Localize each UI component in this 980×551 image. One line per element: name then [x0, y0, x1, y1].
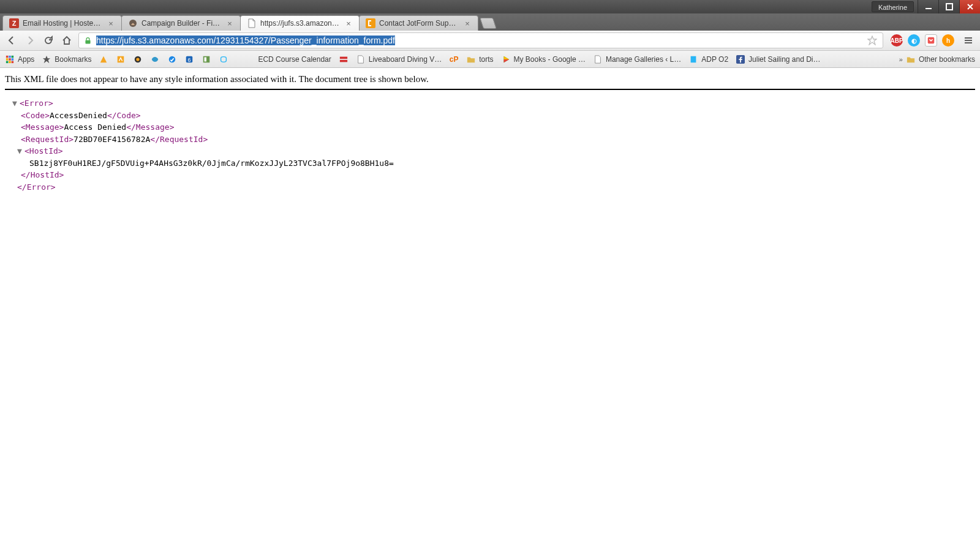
svg-rect-11	[6, 61, 9, 63]
apps-button[interactable]: Apps	[5, 54, 34, 64]
bookmark-item[interactable]	[202, 54, 211, 64]
svg-rect-22	[340, 56, 347, 59]
bookmark-icon	[219, 54, 228, 64]
bookmark-label: ADP O2	[701, 55, 728, 64]
bookmark-item[interactable]: cP	[449, 54, 459, 64]
svg-rect-9	[9, 58, 11, 61]
tab-close-button[interactable]: ×	[463, 19, 472, 28]
chevron-right-icon: »	[899, 56, 903, 63]
play-icon	[501, 54, 511, 64]
xml-line: ▼<Error>	[6, 97, 975, 110]
bookmark-label: Manage Galleries ‹ L…	[606, 55, 681, 64]
navigation-toolbar: https://jufs.s3.amazonaws.com/1293115432…	[0, 31, 980, 51]
user-chip[interactable]: Katherine	[872, 1, 914, 12]
address-bar[interactable]: https://jufs.s3.amazonaws.com/1293115432…	[78, 32, 883, 48]
window-close-button[interactable]	[959, 0, 980, 13]
tab-strip: Z Email Hosting | Hosted Em × Campaign B…	[0, 13, 980, 31]
forward-button[interactable]	[23, 34, 37, 47]
svg-rect-7	[12, 55, 14, 58]
bookmark-item[interactable]: My Books - Google …	[501, 54, 586, 64]
window-minimize-button[interactable]	[918, 0, 938, 13]
xml-line: <RequestId>72BD70EF4156782A</RequestId>	[6, 133, 975, 146]
svg-text:6: 6	[188, 56, 191, 62]
svg-rect-6	[9, 55, 11, 58]
chrome-menu-button[interactable]	[962, 34, 975, 47]
bookmark-item[interactable]: Liveaboard Diving V…	[356, 54, 442, 64]
bookmarks-bar: Apps Bookmarks 6 ECD Course Calendar Liv…	[0, 51, 980, 68]
bookmarks-menu[interactable]: Bookmarks	[42, 54, 91, 64]
svg-rect-12	[9, 61, 11, 63]
svg-rect-0	[925, 8, 932, 9]
tab-jotform-support[interactable]: Contact JotForm Support ×	[359, 15, 478, 31]
svg-rect-1	[946, 4, 952, 10]
svg-rect-10	[12, 58, 14, 61]
extension-icon[interactable]: ◐	[908, 34, 920, 47]
bookmark-item[interactable]	[219, 54, 228, 64]
tab-jufs-s3[interactable]: https://jufs.s3.amazonaws ×	[240, 15, 360, 31]
bookmark-item[interactable]: 6	[184, 54, 194, 64]
bookmark-item[interactable]: ECD Course Calendar	[258, 55, 331, 64]
bookmark-item[interactable]: Manage Galleries ‹ L…	[593, 54, 681, 64]
collapse-caret-icon[interactable]: ▼	[12, 97, 18, 110]
folder-icon	[466, 54, 476, 64]
other-bookmarks-button[interactable]: » Other bookmarks	[899, 54, 975, 64]
tab-close-button[interactable]: ×	[225, 19, 234, 28]
xml-line: </Error>	[6, 181, 975, 193]
bookmark-label: Other bookmarks	[919, 55, 975, 64]
bookmark-item[interactable]: ADP O2	[688, 54, 728, 64]
tab-close-button[interactable]: ×	[107, 19, 115, 28]
bookmark-item[interactable]	[150, 54, 160, 64]
bookmark-item[interactable]	[133, 54, 143, 64]
bookmark-item[interactable]	[339, 54, 349, 64]
bookmark-folder[interactable]: torts	[466, 54, 493, 64]
tab-title: Email Hosting | Hosted Em	[23, 19, 103, 28]
home-button[interactable]	[60, 34, 74, 47]
page-content: This XML file does not appear to have an…	[0, 68, 980, 199]
svg-point-16	[137, 58, 140, 61]
bookmark-item[interactable]: Juliet Sailing and Di…	[736, 54, 820, 64]
bookmark-item[interactable]	[167, 54, 177, 64]
svg-rect-8	[6, 58, 9, 61]
tab-close-button[interactable]: ×	[344, 19, 353, 28]
window-maximize-button[interactable]	[938, 0, 959, 13]
bookmark-label: Juliet Sailing and Di…	[748, 55, 820, 64]
svg-point-17	[169, 56, 176, 62]
reload-button[interactable]	[42, 34, 55, 47]
bookmark-star-button[interactable]	[865, 34, 879, 47]
tab-title: Campaign Builder - Finish	[141, 19, 222, 28]
folder-icon	[906, 54, 916, 64]
bookmark-label: Liveaboard Diving V…	[369, 55, 442, 64]
xml-line: </HostId>	[6, 169, 975, 181]
xml-line: ▼<HostId>	[6, 145, 975, 157]
bookmark-icon	[133, 54, 143, 64]
svg-rect-23	[340, 59, 347, 62]
extension-icon[interactable]: h	[942, 34, 954, 47]
bookmark-item[interactable]	[116, 54, 126, 64]
bookmark-label: torts	[479, 55, 493, 64]
xml-notice: This XML file does not appear to have an…	[5, 74, 975, 89]
bookmark-icon: 6	[184, 54, 194, 64]
back-button[interactable]	[5, 34, 18, 47]
svg-rect-21	[205, 57, 207, 61]
tab-email-hosting[interactable]: Z Email Hosting | Hosted Em ×	[2, 15, 122, 31]
xml-tree: ▼<Error> <Code>AccessDenied</Code> <Mess…	[5, 90, 975, 193]
star-icon	[42, 54, 51, 64]
svg-rect-3	[85, 40, 90, 43]
new-tab-button[interactable]	[480, 18, 497, 29]
collapse-caret-icon[interactable]: ▼	[17, 145, 23, 157]
xml-line: <Message>Access Denied</Message>	[6, 121, 975, 133]
url-text: https://jufs.s3.amazonaws.com/1293115432…	[96, 36, 862, 45]
favicon-icon: Z	[9, 18, 19, 28]
abp-extension-icon[interactable]: ABP	[891, 34, 903, 47]
bookmark-label: My Books - Google …	[514, 55, 586, 64]
apps-icon	[5, 54, 15, 64]
maximize-icon	[946, 3, 953, 10]
bookmark-icon	[99, 54, 108, 64]
bookmark-item[interactable]	[99, 54, 108, 64]
tab-title: Contact JotForm Support	[379, 19, 459, 28]
window-title-bar: Katherine	[0, 0, 980, 13]
bookmark-label: Bookmarks	[55, 55, 91, 64]
tab-campaign-builder[interactable]: Campaign Builder - Finish ×	[121, 15, 241, 31]
xml-line: SB1zj8YF0uH1REJ/gF5DVUig+P4AHsG3z0kR/0Jj…	[6, 157, 975, 170]
pocket-extension-icon[interactable]	[925, 34, 937, 47]
